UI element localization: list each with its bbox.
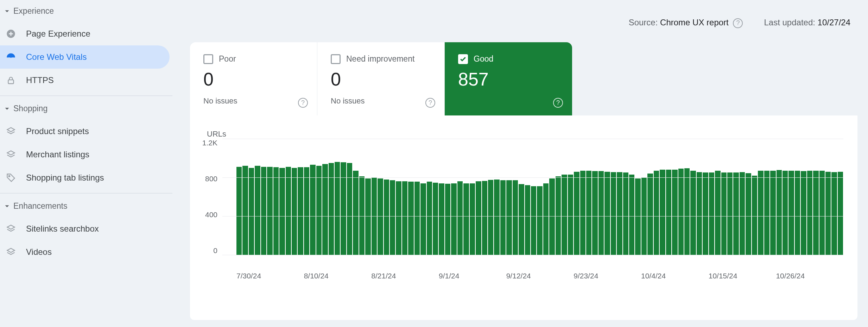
chart-bar[interactable] [463, 183, 469, 255]
chart-bar[interactable] [813, 171, 818, 255]
card-poor[interactable]: Poor 0 No issues ? [190, 42, 317, 115]
sidebar-item-videos[interactable]: Videos [0, 240, 170, 264]
chart-bar[interactable] [261, 167, 266, 255]
help-icon[interactable]: ? [298, 98, 308, 108]
card-need-improvement[interactable]: Need improvement 0 No issues ? [317, 42, 445, 115]
chart-bar[interactable] [629, 175, 634, 255]
chart-bar[interactable] [543, 183, 549, 255]
chart-bar[interactable] [249, 168, 254, 255]
chart-bar[interactable] [783, 171, 788, 255]
sidebar-item-sitelinks-searchbox[interactable]: Sitelinks searchbox [0, 217, 170, 240]
chart-bar[interactable] [678, 169, 684, 255]
chart-bar[interactable] [482, 181, 487, 255]
sidebar-item-page-experience[interactable]: Page Experience [0, 22, 170, 45]
chart-bar[interactable] [433, 183, 438, 255]
chart-bar[interactable] [586, 171, 591, 255]
chart-bar[interactable] [439, 183, 444, 255]
card-good[interactable]: Good 857 ? [445, 42, 572, 115]
chart-bar[interactable] [819, 171, 825, 255]
chart-bar[interactable] [617, 172, 622, 255]
chart-bar[interactable] [476, 181, 481, 255]
chart-bar[interactable] [709, 172, 714, 255]
chart-bar[interactable] [316, 166, 322, 255]
chart-bar[interactable] [525, 185, 530, 255]
chart-bar[interactable] [353, 171, 358, 255]
chart-bar[interactable] [255, 166, 260, 255]
chart-bar[interactable] [598, 171, 604, 255]
chart-bar[interactable] [365, 178, 370, 255]
chart-bar[interactable] [635, 178, 640, 255]
chart-bar[interactable] [414, 182, 420, 255]
chart-bar[interactable] [777, 170, 782, 255]
chart-bar[interactable] [329, 163, 334, 255]
chart-bar[interactable] [341, 162, 346, 255]
chart-bar[interactable] [721, 172, 727, 255]
chart-bar[interactable] [690, 171, 696, 255]
chart-bar[interactable] [273, 167, 279, 255]
chart-bar[interactable] [549, 178, 555, 255]
chart-bar[interactable] [623, 172, 628, 255]
chart-bar[interactable] [580, 171, 585, 255]
chart-bar[interactable] [697, 172, 702, 255]
chart-bar[interactable] [647, 174, 653, 255]
chart-bar[interactable] [420, 183, 426, 255]
chart-bar[interactable] [347, 163, 352, 255]
chart-bar[interactable] [390, 180, 395, 255]
chart-bar[interactable] [408, 182, 413, 255]
chart-bar[interactable] [684, 168, 690, 255]
chart-bar[interactable] [562, 175, 567, 255]
chart-bar[interactable] [242, 166, 248, 255]
sidebar-item-product-snippets[interactable]: Product snippets [0, 120, 170, 143]
chart-bar[interactable] [267, 167, 272, 255]
chart-bar[interactable] [359, 176, 365, 255]
chart-bar[interactable] [519, 184, 524, 255]
sidebar-item-merchant-listings[interactable]: Merchant listings [0, 143, 170, 166]
chart-bar[interactable] [488, 180, 493, 255]
chart-bar[interactable] [506, 180, 512, 255]
chart-bar[interactable] [801, 171, 806, 255]
chart-bar[interactable] [396, 181, 401, 255]
chart-bar[interactable] [298, 167, 303, 255]
chart-bar[interactable] [672, 170, 677, 255]
chart-bar[interactable] [427, 182, 432, 255]
nav-section-experience[interactable]: Experience [0, 0, 172, 22]
chart-bar[interactable] [286, 167, 291, 255]
chart-bar[interactable] [825, 172, 831, 255]
chart-bar[interactable] [654, 171, 659, 255]
chart-bar[interactable] [378, 178, 383, 255]
chart-bar[interactable] [457, 181, 463, 255]
chart-bar[interactable] [568, 175, 573, 255]
chart-plot[interactable] [222, 139, 843, 255]
nav-section-shopping[interactable]: Shopping [0, 98, 172, 120]
help-icon[interactable]: ? [425, 98, 435, 108]
checkbox-poor[interactable] [203, 54, 213, 64]
sidebar-item-shopping-tab-listings[interactable]: Shopping tab listings [0, 166, 170, 189]
checkbox-good[interactable] [458, 54, 468, 64]
chart-bar[interactable] [795, 171, 800, 255]
chart-bar[interactable] [838, 172, 843, 255]
chart-bar[interactable] [807, 171, 812, 255]
chart-bar[interactable] [556, 176, 561, 255]
chart-bar[interactable] [611, 172, 616, 255]
chart-bar[interactable] [727, 172, 733, 255]
chart-bar[interactable] [500, 180, 506, 255]
chart-bar[interactable] [740, 172, 745, 255]
chart-bar[interactable] [758, 171, 763, 255]
chart-bar[interactable] [537, 186, 542, 255]
chart-bar[interactable] [335, 162, 340, 255]
chart-bar[interactable] [666, 170, 671, 255]
help-icon[interactable]: ? [553, 98, 563, 108]
chart-bar[interactable] [292, 168, 297, 255]
chart-bar[interactable] [494, 180, 499, 255]
chart-bar[interactable] [384, 180, 389, 255]
chart-bar[interactable] [703, 172, 708, 255]
chart-bar[interactable] [746, 173, 751, 255]
chart-bar[interactable] [715, 171, 720, 255]
chart-bar[interactable] [592, 171, 597, 255]
chart-bar[interactable] [660, 170, 665, 255]
chart-bar[interactable] [513, 180, 518, 255]
chart-bar[interactable] [279, 168, 285, 255]
chart-bar[interactable] [764, 171, 769, 255]
nav-section-enhancements[interactable]: Enhancements [0, 195, 172, 217]
chart-bar[interactable] [310, 165, 315, 255]
